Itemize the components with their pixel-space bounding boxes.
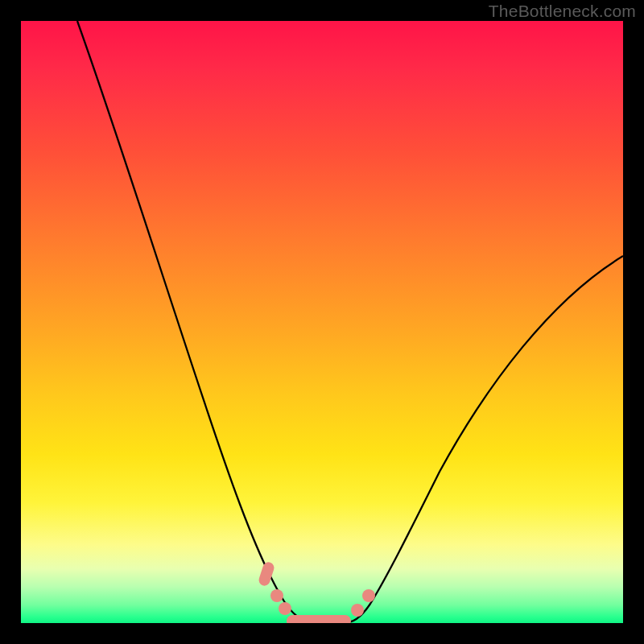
svg-point-1 (270, 589, 283, 602)
svg-point-5 (362, 589, 375, 602)
svg-point-2 (279, 602, 291, 615)
svg-rect-3 (287, 615, 351, 623)
svg-point-4 (351, 604, 364, 617)
chart-frame: TheBottleneck.com (0, 0, 644, 644)
watermark-label: TheBottleneck.com (489, 2, 636, 21)
svg-rect-0 (258, 561, 276, 588)
plot-area (21, 21, 623, 623)
bottleneck-curve (77, 21, 623, 623)
curve-layer (21, 21, 623, 623)
curve-markers (258, 561, 375, 623)
